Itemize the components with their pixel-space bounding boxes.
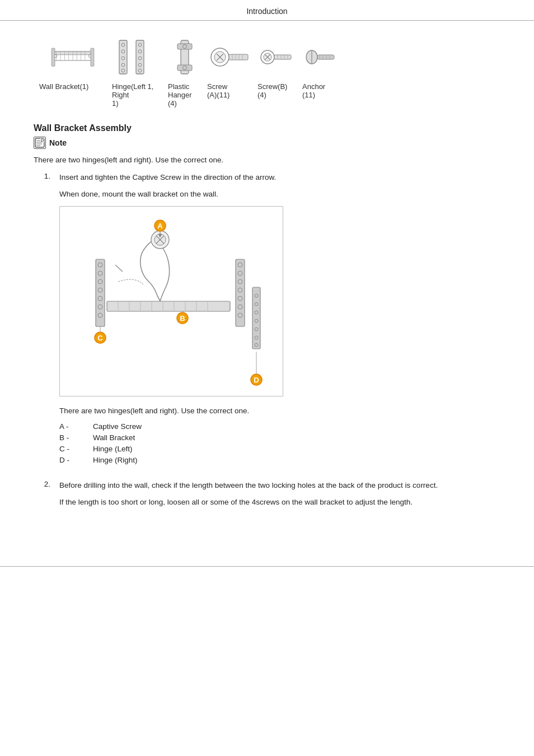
step-1-subtext: When done, mount the wall bracket on the… xyxy=(59,189,500,200)
label-plastic: Plastic Hanger (4) xyxy=(168,82,202,108)
step-1-content: Insert and tighten the Captive Screw in … xyxy=(59,172,500,472)
part-screw-b xyxy=(257,38,297,77)
legend-item-a: A - Captive Screw xyxy=(59,422,500,431)
step-1-number: 1. xyxy=(34,172,50,472)
step-2-subtext: If the length is too short or long, loos… xyxy=(59,497,500,508)
label-wall-bracket: Wall Bracket(1) xyxy=(39,82,106,108)
header-title: Introduction xyxy=(246,7,287,16)
screw-a-image xyxy=(207,38,252,77)
legend-key-c: C - xyxy=(59,445,93,453)
label-hinge: Hinge(Left 1, Right 1) xyxy=(112,82,162,108)
part-hinge xyxy=(112,38,162,77)
legend-value-a: Captive Screw xyxy=(93,422,142,431)
page-header: Introduction xyxy=(0,0,534,21)
legend-list: A - Captive Screw B - Wall Bracket C - H… xyxy=(59,422,500,464)
svg-text:A: A xyxy=(157,222,163,230)
svg-text:D: D xyxy=(254,376,259,384)
svg-rect-44 xyxy=(274,55,291,59)
svg-rect-65 xyxy=(107,301,230,311)
legend-value-c: Hinge (Left) xyxy=(93,445,133,453)
legend-item-b: B - Wall Bracket xyxy=(59,433,500,442)
parts-section: Wall Bracket(1) Hinge(Left 1, Right 1) P… xyxy=(34,38,500,108)
legend-key-d: D - xyxy=(59,456,93,464)
part-wall-bracket xyxy=(39,38,106,77)
part-screw-a xyxy=(207,38,252,77)
step-2-instruction: Before drilling into the wall, check if … xyxy=(59,480,500,491)
label-anchor: Anchor (11) xyxy=(302,82,341,108)
svg-text:C: C xyxy=(97,334,103,342)
page-footer xyxy=(0,566,534,571)
parts-labels: Wall Bracket(1) Hinge(Left 1, Right 1) P… xyxy=(34,82,500,108)
svg-rect-12 xyxy=(51,48,55,66)
assembly-diagram: A B C D xyxy=(59,206,283,396)
plastic-image xyxy=(162,38,207,77)
legend-value-b: Wall Bracket xyxy=(93,433,135,442)
label-screw-a: Screw (A)(11) xyxy=(207,82,252,108)
svg-text:B: B xyxy=(180,314,185,323)
step-1: 1. Insert and tighten the Captive Screw … xyxy=(34,172,500,472)
label-screw-b: Screw(B) (4) xyxy=(257,82,297,108)
parts-images xyxy=(34,38,500,77)
legend-intro: There are two hinges(left and right). Us… xyxy=(59,405,500,417)
svg-rect-51 xyxy=(317,55,334,59)
step-2-content: Before drilling into the wall, check if … xyxy=(59,480,500,514)
note-icon xyxy=(34,137,46,149)
svg-rect-1 xyxy=(53,51,91,54)
svg-rect-13 xyxy=(91,48,94,66)
screw-b-image xyxy=(255,38,299,77)
legend-value-d: Hinge (Right) xyxy=(93,456,138,464)
hinge-image xyxy=(115,38,160,77)
step-2: 2. Before drilling into the wall, check … xyxy=(34,480,500,514)
legend-key-a: A - xyxy=(59,422,93,431)
section-title: Wall Bracket Assembly xyxy=(34,123,500,133)
anchor-image xyxy=(299,38,344,77)
note-text: There are two hinges(left and right). Us… xyxy=(34,156,500,164)
legend-key-b: B - xyxy=(59,433,93,442)
note-box: Note xyxy=(34,137,500,149)
part-anchor xyxy=(302,38,341,77)
svg-rect-35 xyxy=(229,54,248,60)
note-label: Note xyxy=(49,138,67,147)
step-2-number: 2. xyxy=(34,480,50,514)
svg-rect-83 xyxy=(236,259,245,326)
legend-item-d: D - Hinge (Right) xyxy=(59,456,500,464)
step-1-instruction: Insert and tighten the Captive Screw in … xyxy=(59,172,500,183)
svg-rect-75 xyxy=(96,259,105,326)
part-plastic xyxy=(168,38,202,77)
wall-bracket-image xyxy=(50,38,95,77)
legend-item-c: C - Hinge (Left) xyxy=(59,445,500,453)
